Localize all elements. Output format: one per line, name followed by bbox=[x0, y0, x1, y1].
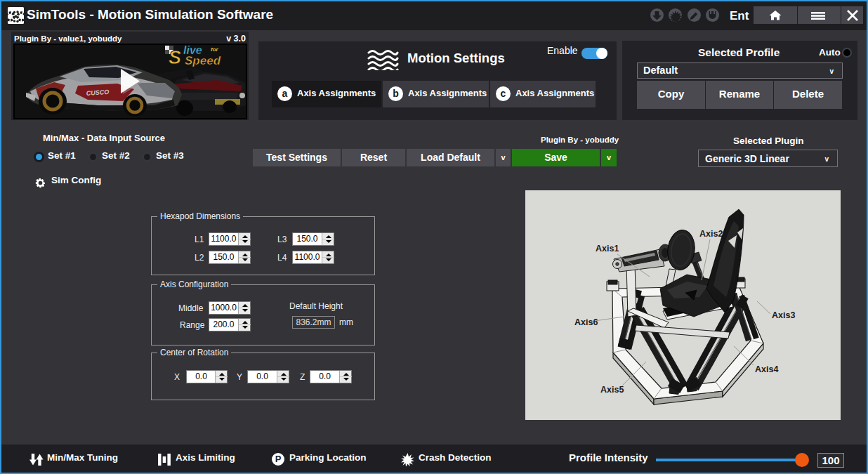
svg-text:Axis6: Axis6 bbox=[574, 317, 598, 327]
svg-text:S: S bbox=[169, 47, 181, 68]
svg-text:Axis1: Axis1 bbox=[596, 244, 619, 254]
svg-text:Axis4: Axis4 bbox=[755, 364, 778, 374]
svg-text:Axis5: Axis5 bbox=[600, 385, 624, 395]
svg-text:for: for bbox=[211, 46, 219, 53]
svg-text:Axis3: Axis3 bbox=[772, 310, 795, 320]
svg-text:Axis2: Axis2 bbox=[699, 229, 723, 239]
svg-text:Speed: Speed bbox=[185, 54, 221, 67]
